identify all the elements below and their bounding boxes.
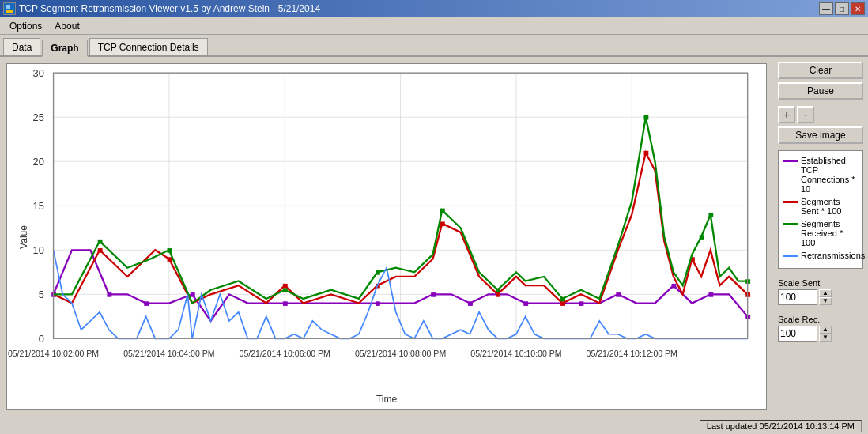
svg-text:05/21/2014 10:04:00 PM: 05/21/2014 10:04:00 PM [123,349,214,358]
svg-rect-42 [672,284,677,289]
svg-rect-49 [440,221,445,226]
zoom-out-button[interactable]: - [797,106,814,123]
scale-rec-up[interactable]: ▲ [819,326,832,334]
legend-label-retrans: Retransmissions [801,251,865,260]
scale-sent-group: Scale Sent ▲ ▼ [778,278,863,305]
legend-item-tcp: Established TCP Connections * 10 [783,156,858,194]
svg-rect-50 [496,292,500,297]
svg-rect-39 [523,301,528,306]
tabs-bar: Data Graph TCP Connection Details [0,35,868,57]
scale-sent-label: Scale Sent [778,278,863,288]
svg-rect-45 [98,248,103,253]
legend-label-tcp: Established TCP Connections * 10 [801,156,858,194]
svg-rect-43 [708,292,713,297]
svg-rect-37 [431,292,436,297]
menu-bar: Options About [0,17,868,35]
svg-rect-36 [376,301,380,306]
svg-rect-47 [283,284,288,289]
menu-about[interactable]: About [48,20,85,32]
right-panel: Clear Pause + - Save image Established T… [773,57,868,417]
scale-rec-label: Scale Rec. [778,315,863,324]
svg-rect-1 [6,10,13,13]
svg-text:05/21/2014 10:02:00 PM: 05/21/2014 10:02:00 PM [8,349,99,358]
scale-sent-spinners: ▲ ▼ [819,289,832,305]
svg-text:05/21/2014 10:08:00 PM: 05/21/2014 10:08:00 PM [355,349,446,358]
scale-rec-input[interactable] [778,326,817,342]
legend-item-received: Segments Received * 100 [783,219,858,247]
app-icon [3,2,16,15]
chart-svg: 0 5 10 15 20 25 30 05/21/2014 10:02:00 P… [7,64,766,409]
svg-rect-62 [643,115,648,120]
close-button[interactable]: ✕ [851,2,865,15]
svg-rect-56 [168,248,172,253]
window-controls: — □ ✕ [819,2,865,15]
title-bar-left: TCP Segment Retransmission Viewer v1.5 b… [3,2,320,15]
scale-sent-up[interactable]: ▲ [819,289,832,297]
scale-rec-down[interactable]: ▼ [819,334,832,342]
chart-area: Value Time 0 5 10 15 20 25 30 [0,57,773,417]
svg-rect-58 [376,270,380,275]
svg-rect-34 [191,292,195,297]
svg-rect-38 [468,301,473,306]
svg-rect-63 [700,235,704,240]
svg-text:0: 0 [39,334,44,345]
scale-sent-down[interactable]: ▼ [819,297,832,305]
svg-rect-41 [616,292,621,297]
legend-color-retrans [783,255,798,257]
svg-text:5: 5 [39,289,44,300]
tab-data[interactable]: Data [3,38,40,55]
svg-text:15: 15 [33,201,44,212]
tab-tcp-connection-details[interactable]: TCP Connection Details [89,38,208,55]
tab-graph[interactable]: Graph [42,40,87,57]
save-image-button[interactable]: Save image [778,126,863,144]
legend-item-sent: Segments Sent * 100 [783,197,858,216]
window-title: TCP Segment Retransmission Viewer v1.5 b… [19,3,320,14]
main-content: Value Time 0 5 10 15 20 25 30 [0,57,868,417]
pause-button[interactable]: Pause [778,82,863,100]
svg-rect-64 [708,213,713,217]
legend-label-received: Segments Received * 100 [801,219,858,247]
svg-text:30: 30 [33,68,44,79]
maximize-button[interactable]: □ [835,2,849,15]
legend-color-received [783,223,798,225]
clear-button[interactable]: Clear [778,62,863,79]
status-text: Last updated 05/21/2014 10:13:14 PM [700,420,862,432]
legend-color-sent [783,201,798,203]
zoom-buttons: + - [778,106,863,123]
scale-rec-group: Scale Rec. ▲ ▼ [778,315,863,342]
legend-label-sent: Segments Sent * 100 [801,197,858,216]
svg-text:25: 25 [33,112,44,123]
title-bar: TCP Segment Retransmission Viewer v1.5 b… [0,0,868,17]
svg-rect-60 [496,288,500,292]
svg-rect-55 [98,240,103,244]
svg-text:05/21/2014 10:12:00 PM: 05/21/2014 10:12:00 PM [587,349,677,358]
zoom-in-button[interactable]: + [778,106,795,123]
minimize-button[interactable]: — [819,2,833,15]
legend-color-tcp [783,160,798,162]
svg-text:20: 20 [33,157,44,168]
svg-rect-33 [144,301,149,306]
legend-item-retrans: Retransmissions [783,251,858,260]
svg-rect-52 [643,151,648,156]
scale-rec-row: ▲ ▼ [778,326,863,342]
svg-rect-40 [579,301,584,306]
svg-text:10: 10 [33,245,44,256]
svg-rect-59 [440,209,445,213]
menu-options[interactable]: Options [3,20,48,32]
svg-rect-46 [168,257,172,262]
chart-container: Value Time 0 5 10 15 20 25 30 [6,63,767,410]
svg-rect-35 [283,301,288,306]
legend: Established TCP Connections * 10 Segment… [778,150,863,269]
scale-sent-input[interactable] [778,289,817,305]
svg-text:05/21/2014 10:06:00 PM: 05/21/2014 10:06:00 PM [240,349,330,358]
svg-rect-32 [107,292,111,297]
svg-rect-2 [6,5,10,9]
svg-rect-61 [560,297,565,302]
svg-rect-57 [283,288,288,292]
svg-rect-51 [560,301,565,306]
svg-text:05/21/2014 10:10:00 PM: 05/21/2014 10:10:00 PM [470,349,561,358]
scale-rec-spinners: ▲ ▼ [819,326,832,342]
status-bar: Last updated 05/21/2014 10:13:14 PM [0,417,868,434]
scale-sent-row: ▲ ▼ [778,289,863,305]
